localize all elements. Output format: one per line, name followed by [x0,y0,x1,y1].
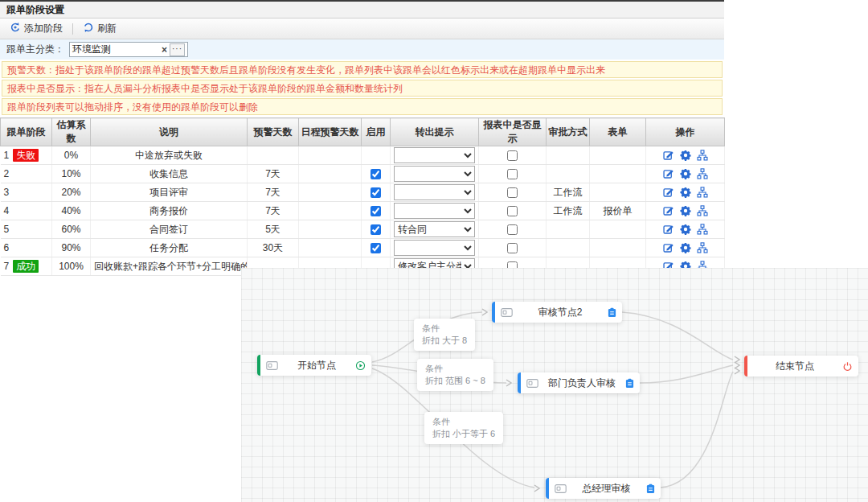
table-row[interactable]: 6 90% 任务分配 30天 [1,239,725,257]
workflow-icon[interactable] [697,224,708,235]
start-play-icon[interactable] [355,360,366,371]
workflow-icon[interactable] [697,168,708,179]
condition-title: 条件 [422,323,467,335]
panel-title-bar: 跟单阶段设置 [0,0,724,19]
report-checkbox[interactable] [507,224,518,235]
report-checkbox[interactable] [507,169,518,179]
workflow-icon[interactable] [697,242,708,253]
enabled-checkbox[interactable] [371,206,381,216]
enabled-checkbox[interactable] [371,224,381,235]
approval-cell [547,220,590,239]
edit-icon[interactable] [663,187,674,198]
workflow-icon[interactable] [697,187,708,198]
flow-node-dept-review[interactable]: 部门负责人审核 [518,372,640,393]
workflow-icon[interactable] [697,205,708,216]
row-number: 3 [4,187,10,198]
edit-icon[interactable] [663,224,674,235]
row-number: 4 [4,205,10,216]
workflow-canvas[interactable]: 开始节点 审核节点2 部门负责人审核 总经理审核 结束节点 条 [241,268,868,502]
gear-icon[interactable] [680,168,691,179]
sched-cell [299,220,362,239]
toolbar: 添加阶段 刷新 [0,19,724,39]
edit-icon[interactable] [663,168,674,179]
node-label: 部门负责人审核 [538,376,625,390]
category-value: 环境监测 [72,43,162,56]
condition-card-lte6[interactable]: 条件 折扣 小于等于 6 [424,412,503,444]
notice-box: 预警天数：指处于该跟单阶段的跟单超过预警天数后且跟单阶段没有发生变化，跟单列表中… [0,60,724,117]
condition-card-range6-8[interactable]: 条件 折扣 范围 6 ~ 8 [417,359,493,391]
workflow-icon[interactable] [697,150,708,161]
edge-review2-end [622,312,733,360]
transfer-select[interactable]: 转合同 [394,221,475,237]
col-desc: 说明 [91,118,248,146]
gear-icon[interactable] [680,150,691,161]
enabled-checkbox[interactable] [371,243,381,253]
edit-icon[interactable] [663,150,674,161]
more-options-button[interactable]: ··· [170,43,185,56]
approver-icon[interactable] [625,378,634,389]
table-row[interactable]: 1失败 0% 中途放弃或失败 [1,146,725,165]
gear-icon[interactable] [680,224,691,235]
coef-cell: 60% [52,220,91,239]
condition-title: 条件 [432,416,495,428]
coef-cell: 90% [52,239,91,257]
enabled-checkbox[interactable] [371,187,381,198]
transfer-select[interactable] [394,240,475,256]
gear-icon[interactable] [680,205,691,216]
transfer-select[interactable] [394,184,475,200]
table-row[interactable]: 2 10% 收集信息 7天 [1,165,725,183]
report-checkbox[interactable] [507,150,518,161]
status-badge: 失败 [13,149,39,162]
node-color-bar [546,478,549,499]
gear-icon[interactable] [680,242,691,253]
table-row[interactable]: 5 60% 合同签订 5天 转合同 [1,220,725,239]
card-icon [555,484,567,493]
flow-node-review2[interactable]: 审核节点2 [492,302,622,323]
edit-icon[interactable] [663,242,674,253]
refresh-icon [83,22,94,35]
sched-cell [299,239,362,257]
page-title: 跟单阶段设置 [6,3,64,17]
clear-icon[interactable]: × [162,45,167,55]
desc-cell: 商务报价 [91,202,248,220]
report-checkbox[interactable] [507,243,518,253]
power-icon[interactable] [842,361,853,372]
refresh-label: 刷新 [97,22,117,35]
desc-cell: 任务分配 [91,239,248,257]
flow-node-end[interactable]: 结束节点 [744,356,858,376]
enabled-checkbox[interactable] [371,169,381,179]
approver-icon[interactable] [646,483,655,494]
edge-dept-end [640,365,733,383]
condition-card-gt8[interactable]: 条件 折扣 大于 8 [414,319,475,351]
card-icon [501,308,513,317]
flow-node-gm-review[interactable]: 总经理审核 [546,478,661,499]
coef-cell: 10% [52,165,91,183]
transfer-select[interactable] [394,147,475,163]
desc-cell: 项目评审 [91,183,248,202]
approver-icon[interactable] [608,307,616,318]
transfer-select[interactable] [394,166,475,182]
app-screen: 跟单阶段设置 添加阶段 刷新 跟单主分类： 环境监测 × ··· [0,0,868,502]
col-enabled: 启用 [362,118,391,146]
desc-cell: 收集信息 [91,165,248,183]
col-show-in-report: 报表中是否显示 [479,118,547,146]
gear-icon[interactable] [680,187,691,198]
desc-cell: 合同签订 [91,220,248,239]
form-cell [590,146,646,165]
node-label: 总经理审核 [567,482,646,496]
refresh-button[interactable]: 刷新 [78,20,121,37]
desc-cell: 回收账款+跟踪各个环节+分工明确的收款 [91,257,248,276]
add-stage-button[interactable]: 添加阶段 [5,20,68,37]
report-checkbox[interactable] [507,187,518,198]
toolbar-divider [72,23,73,35]
transfer-select[interactable] [394,203,475,219]
report-checkbox[interactable] [507,206,518,216]
table-row[interactable]: 3 20% 项目评审 7天 工作流 [1,183,725,202]
category-input[interactable]: 环境监测 × ··· [69,42,188,57]
flow-node-start[interactable]: 开始节点 [257,355,371,376]
edit-icon[interactable] [663,205,674,216]
node-color-bar [518,372,521,393]
table-header-row: 跟单阶段 估算系数 说明 预警天数 日程预警天数 启用 转出提示 报表中是否显示… [1,118,725,146]
sched-cell [299,202,362,220]
table-row[interactable]: 4 40% 商务报价 7天 工作流 报价单 [1,202,725,220]
